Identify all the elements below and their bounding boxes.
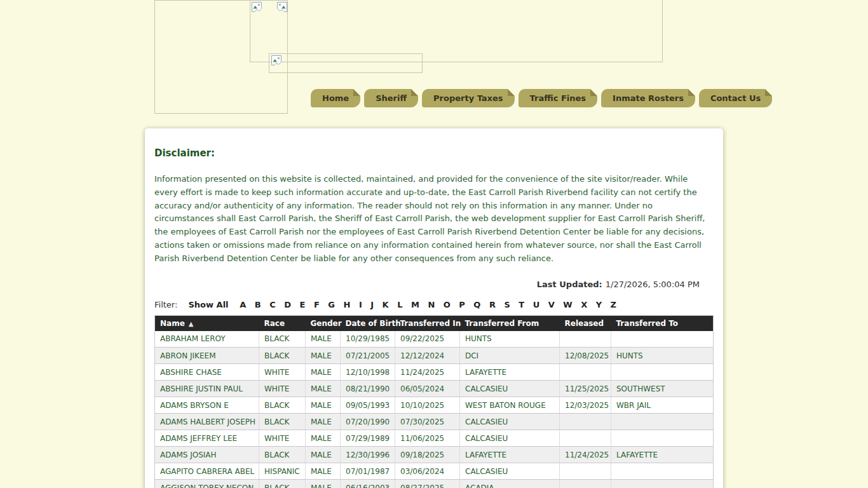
filter-letter-link[interactable]: K xyxy=(383,300,389,309)
nav-button-sheriff[interactable]: Sheriff xyxy=(364,89,418,107)
cell-released xyxy=(560,480,611,488)
cell-name: AGAPITO CABRERA ABEL xyxy=(155,463,259,480)
inmate-roster-table: Name▲ Race Gender Date of Birth Transfer… xyxy=(154,315,714,488)
cell-gender: MALE xyxy=(306,381,341,397)
cell-transferred-to xyxy=(611,430,714,447)
column-header-date-of-birth[interactable]: Date of Birth xyxy=(341,315,395,331)
sort-ascending-icon: ▲ xyxy=(189,320,194,327)
table-row: ABSHIRE CHASE WHITE MALE 12/10/1998 11/2… xyxy=(155,364,714,381)
column-header-released[interactable]: Released xyxy=(560,315,611,331)
disclaimer-text: Information presented on this website is… xyxy=(154,173,714,266)
cell-transferred-from: LAFAYETTE xyxy=(460,447,560,463)
filter-letter-link[interactable]: D xyxy=(284,300,291,309)
cell-gender: MALE xyxy=(306,447,341,463)
cell-date-of-birth: 08/21/1990 xyxy=(341,381,395,397)
cell-released xyxy=(560,463,611,480)
cell-transferred-to: HUNTS xyxy=(611,348,714,364)
column-header-transferred-from[interactable]: Transferred From xyxy=(460,315,560,331)
cell-transferred-in: 08/27/2025 xyxy=(395,480,460,488)
filter-letter-link[interactable]: V xyxy=(548,300,555,309)
filter-letter-link[interactable]: I xyxy=(359,300,362,309)
table-row: ADAMS BRYSON E BLACK MALE 09/05/1993 10/… xyxy=(155,397,714,414)
cell-transferred-in: 10/10/2025 xyxy=(395,397,460,414)
filter-letter-link[interactable]: U xyxy=(533,300,540,309)
table-row: ABSHIRE JUSTIN PAUL WHITE MALE 08/21/199… xyxy=(155,381,714,397)
filter-letter-link[interactable]: A xyxy=(240,300,246,309)
cell-released xyxy=(560,331,611,348)
filter-letter-link[interactable]: C xyxy=(269,300,276,309)
table-header-row: Name▲ Race Gender Date of Birth Transfer… xyxy=(155,315,714,331)
filter-letter-link[interactable]: N xyxy=(428,300,435,309)
table-row: ADAMS HALBERT JOSEPH BLACK MALE 07/20/19… xyxy=(155,414,714,430)
cell-gender: MALE xyxy=(306,480,341,488)
cell-date-of-birth: 12/30/1996 xyxy=(341,447,395,463)
cell-transferred-from: CALCASIEU xyxy=(460,414,560,430)
cell-date-of-birth: 12/10/1998 xyxy=(341,364,395,381)
cell-transferred-from: CALCASIEU xyxy=(460,430,560,447)
nav-button-property-taxes[interactable]: Property Taxes xyxy=(422,89,515,107)
table-row: AGAPITO CABRERA ABEL HISPANIC MALE 07/01… xyxy=(155,463,714,480)
filter-letter-link[interactable]: H xyxy=(343,300,350,309)
filter-letter-links: ABCDEFGHIJKLMNOPQRSTUVWXYZ xyxy=(231,300,616,309)
nav-button-inmate-rosters[interactable]: Inmate Rosters xyxy=(601,89,695,107)
filter-show-all-link[interactable]: Show All xyxy=(189,300,229,309)
filter-letter-link[interactable]: W xyxy=(563,300,572,309)
filter-label: Filter: xyxy=(154,300,177,309)
cell-gender: MALE xyxy=(306,414,341,430)
filter-letter-link[interactable]: E xyxy=(300,300,306,309)
cell-race: HISPANIC xyxy=(259,463,306,480)
cell-transferred-in: 12/12/2024 xyxy=(395,348,460,364)
cell-released xyxy=(560,364,611,381)
filter-letter-link[interactable]: J xyxy=(370,300,374,309)
filter-letter-link[interactable]: M xyxy=(411,300,419,309)
cell-released xyxy=(560,414,611,430)
nav-button-contact-us[interactable]: Contact Us xyxy=(699,89,772,107)
cell-race: BLACK xyxy=(259,447,306,463)
cell-transferred-to: LAFAYETTE xyxy=(611,447,714,463)
table-row: ADAMS JOSIAH BLACK MALE 12/30/1996 09/18… xyxy=(155,447,714,463)
last-updated-label: Last Updated: xyxy=(537,280,602,289)
table-row: AGGISON TOREY NECON BLACK MALE 06/16/200… xyxy=(155,480,714,488)
filter-letter-link[interactable]: Y xyxy=(596,300,602,309)
filter-letter-link[interactable]: B xyxy=(255,300,261,309)
cell-transferred-in: 11/06/2025 xyxy=(395,430,460,447)
cell-transferred-in: 11/24/2025 xyxy=(395,364,460,381)
filter-letter-link[interactable]: R xyxy=(489,300,496,309)
filter-letter-link[interactable]: G xyxy=(328,300,335,309)
filter-letter-link[interactable]: L xyxy=(397,300,402,309)
cell-transferred-to xyxy=(611,480,714,488)
cell-transferred-to xyxy=(611,364,714,381)
filter-letter-link[interactable]: Q xyxy=(473,300,480,309)
column-header-race[interactable]: Race xyxy=(259,315,306,331)
filter-letter-link[interactable]: P xyxy=(459,300,465,309)
column-header-gender[interactable]: Gender xyxy=(306,315,341,331)
column-header-transferred-in[interactable]: Transferred In xyxy=(395,315,460,331)
broken-image-icon xyxy=(271,55,282,66)
column-header-transferred-to[interactable]: Transferred To xyxy=(611,315,714,331)
cell-gender: MALE xyxy=(306,397,341,414)
cell-gender: MALE xyxy=(306,430,341,447)
cell-race: BLACK xyxy=(259,397,306,414)
nav-button-traffic-fines[interactable]: Traffic Fines xyxy=(519,89,598,107)
nav-button-home[interactable]: Home xyxy=(311,89,360,107)
cell-date-of-birth: 07/21/2005 xyxy=(341,348,395,364)
column-header-name[interactable]: Name▲ xyxy=(155,315,259,331)
cell-transferred-in: 09/22/2025 xyxy=(395,331,460,348)
cell-released: 11/24/2025 xyxy=(560,447,611,463)
filter-letter-link[interactable]: S xyxy=(504,300,510,309)
filter-letter-link[interactable]: X xyxy=(581,300,587,309)
last-updated: Last Updated:1/27/2026, 5:00:04 PM xyxy=(154,280,714,289)
cell-name: ADAMS HALBERT JOSEPH xyxy=(155,414,259,430)
cell-date-of-birth: 07/29/1989 xyxy=(341,430,395,447)
cell-race: BLACK xyxy=(259,480,306,488)
cell-race: BLACK xyxy=(259,348,306,364)
cell-transferred-from: DCI xyxy=(460,348,560,364)
cell-name: ADAMS JEFFREY LEE xyxy=(155,430,259,447)
filter-letter-link[interactable]: Z xyxy=(611,300,616,309)
cell-transferred-in: 07/30/2025 xyxy=(395,414,460,430)
cell-name: ABSHIRE JUSTIN PAUL xyxy=(155,381,259,397)
cell-released: 11/25/2025 xyxy=(560,381,611,397)
filter-letter-link[interactable]: F xyxy=(314,300,320,309)
filter-letter-link[interactable]: T xyxy=(519,300,524,309)
filter-letter-link[interactable]: O xyxy=(444,300,451,309)
